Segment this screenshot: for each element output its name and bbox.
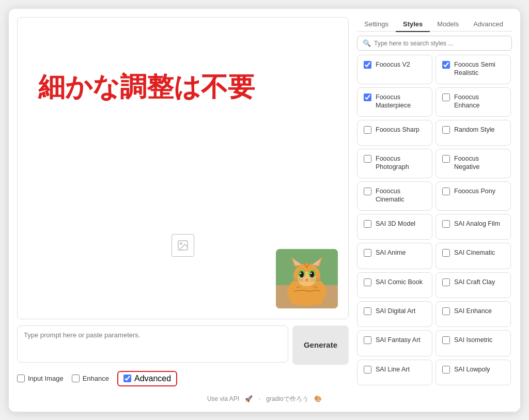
generate-button[interactable]: Generate — [292, 325, 349, 365]
svg-point-13 — [300, 271, 304, 277]
style-checkbox-fooocus-enhance[interactable] — [442, 94, 450, 101]
main-layout: 細かな調整は不要 — [17, 17, 512, 386]
style-item-sai-comic-book[interactable]: SAI Comic Book — [357, 272, 432, 298]
tab-settings[interactable]: Settings — [357, 17, 396, 32]
style-label-fooocus-semi-realistic: Fooocus Semi Realistic — [454, 60, 504, 77]
style-label-sai-comic-book: SAI Comic Book — [376, 278, 423, 286]
style-checkbox-fooocus-sharp[interactable] — [364, 126, 371, 134]
advanced-checkbox[interactable] — [123, 375, 131, 382]
style-checkbox-sai-craft-clay[interactable] — [442, 278, 450, 286]
style-label-fooocus-enhance: Fooocus Enhance — [454, 93, 504, 110]
style-label-sai-cinematic: SAI Cinematic — [454, 248, 495, 257]
svg-point-15 — [300, 272, 302, 274]
style-label-fooocus-cinematic: Fooocus Cinematic — [376, 187, 426, 204]
style-checkbox-fooocus-cinematic[interactable] — [364, 188, 371, 195]
style-item-fooocus-semi-realistic[interactable]: Fooocus Semi Realistic — [435, 55, 511, 84]
left-panel: 細かな調整は不要 — [17, 17, 349, 386]
style-item-fooocus-masterpiece[interactable]: Fooocus Masterpiece — [357, 87, 432, 117]
style-checkbox-sai-comic-book[interactable] — [364, 278, 371, 286]
style-checkbox-sai-fantasy-art[interactable] — [364, 336, 371, 344]
style-item-fooocus-enhance[interactable]: Fooocus Enhance — [435, 87, 511, 117]
style-item-fooocus-cinematic[interactable]: Fooocus Cinematic — [357, 181, 432, 211]
input-image-checkbox[interactable] — [17, 375, 25, 382]
style-label-sai-enhance: SAI Enhance — [454, 307, 492, 315]
footer-api-text: Use via API — [207, 395, 239, 402]
tab-advanced[interactable]: Advanced — [466, 17, 510, 32]
input-image-label: Input Image — [28, 375, 64, 382]
style-item-random-style[interactable]: Random Style — [435, 120, 511, 146]
style-item-sai-fantasy-art[interactable]: SAI Fantasy Art — [357, 330, 432, 356]
style-label-sai-craft-clay: SAI Craft Clay — [454, 278, 495, 286]
enhance-checkbox[interactable] — [72, 375, 80, 382]
footer-separator: · — [259, 395, 260, 402]
enhance-label: Enhance — [83, 375, 109, 382]
enhance-checkbox-item[interactable]: Enhance — [72, 375, 109, 382]
style-item-fooocus-photograph[interactable]: Fooocus Photograph — [357, 149, 432, 178]
svg-point-23 — [311, 297, 323, 305]
svg-point-16 — [310, 272, 312, 274]
footer-gradio-text: gradioで作ろう — [266, 395, 308, 402]
style-checkbox-sai-isometric[interactable] — [442, 336, 450, 344]
style-label-sai-analog-film: SAI Analog Film — [454, 220, 500, 228]
style-checkbox-fooocus-semi-realistic[interactable] — [442, 61, 450, 69]
style-label-sai-fantasy-art: SAI Fantasy Art — [376, 336, 421, 344]
style-item-sai-craft-clay[interactable]: SAI Craft Clay — [435, 272, 511, 298]
style-item-fooocus-negative[interactable]: Fooocus Negative — [435, 149, 511, 178]
app-container: 細かな調整は不要 — [9, 9, 520, 412]
style-label-fooocus-pony: Fooocus Pony — [454, 187, 495, 195]
style-item-fooocus-sharp[interactable]: Fooocus Sharp — [357, 120, 432, 146]
style-checkbox-sai-digital-art[interactable] — [364, 307, 371, 315]
footer: Use via API 🚀 · gradioで作ろう 🎨 — [17, 395, 512, 403]
style-item-sai-lowpoly[interactable]: SAI Lowpoly — [435, 360, 511, 385]
svg-point-1 — [180, 243, 182, 244]
tab-models[interactable]: Models — [430, 17, 466, 32]
footer-gradio-emoji: 🎨 — [314, 395, 322, 402]
canvas-area: 細かな調整は不要 — [17, 17, 349, 319]
input-image-checkbox-item[interactable]: Input Image — [17, 375, 64, 382]
style-label-sai-isometric: SAI Isometric — [454, 336, 492, 344]
footer-api-emoji: 🚀 — [245, 395, 253, 402]
style-label-sai-lowpoly: SAI Lowpoly — [454, 365, 490, 374]
search-input[interactable] — [374, 40, 506, 47]
style-checkbox-fooocus-negative[interactable] — [442, 155, 450, 163]
style-item-fooocus-v2[interactable]: Fooocus V2 — [357, 55, 432, 84]
style-checkbox-fooocus-masterpiece[interactable] — [364, 94, 371, 101]
style-label-sai-anime: SAI Anime — [376, 248, 406, 257]
image-placeholder-icon — [172, 234, 194, 257]
style-item-sai-isometric[interactable]: SAI Isometric — [435, 330, 511, 356]
prompt-row: Generate — [17, 325, 349, 365]
style-checkbox-fooocus-photograph[interactable] — [364, 155, 371, 163]
style-item-sai-digital-art[interactable]: SAI Digital Art — [357, 301, 432, 327]
style-checkbox-random-style[interactable] — [442, 126, 450, 134]
style-item-sai-cinematic[interactable]: SAI Cinematic — [435, 243, 511, 269]
style-item-sai-anime[interactable]: SAI Anime — [357, 243, 432, 269]
style-label-fooocus-v2: Fooocus V2 — [376, 60, 410, 69]
style-label-fooocus-sharp: Fooocus Sharp — [376, 126, 419, 134]
style-item-sai-enhance[interactable]: SAI Enhance — [435, 301, 511, 327]
prompt-input[interactable] — [17, 325, 288, 363]
style-checkbox-sai-cinematic[interactable] — [442, 249, 450, 257]
styles-grid: Fooocus V2Fooocus Semi RealisticFooocus … — [357, 55, 512, 385]
style-checkbox-fooocus-v2[interactable] — [364, 61, 371, 69]
right-panel: Settings Styles Models Advanced 🔍 Fooocu… — [357, 17, 512, 386]
style-checkbox-sai-line-art[interactable] — [364, 366, 371, 374]
style-checkbox-fooocus-pony[interactable] — [442, 188, 450, 195]
style-label-fooocus-photograph: Fooocus Photograph — [376, 154, 426, 172]
style-checkbox-sai-lowpoly[interactable] — [442, 366, 450, 374]
tabs-bar: Settings Styles Models Advanced — [357, 17, 512, 32]
style-checkbox-sai-3d-model[interactable] — [364, 220, 371, 228]
style-checkbox-sai-enhance[interactable] — [442, 307, 450, 315]
svg-point-22 — [290, 297, 303, 305]
style-item-sai-3d-model[interactable]: SAI 3D Model — [357, 214, 432, 240]
svg-point-14 — [310, 271, 314, 277]
style-item-fooocus-pony[interactable]: Fooocus Pony — [435, 181, 511, 211]
style-item-sai-analog-film[interactable]: SAI Analog Film — [435, 214, 511, 240]
style-checkbox-sai-anime[interactable] — [364, 249, 371, 257]
style-label-fooocus-masterpiece: Fooocus Masterpiece — [376, 93, 426, 110]
search-box: 🔍 — [357, 36, 512, 51]
style-item-sai-line-art[interactable]: SAI Line Art — [357, 360, 432, 385]
style-checkbox-sai-analog-film[interactable] — [442, 220, 450, 228]
style-label-fooocus-negative: Fooocus Negative — [454, 154, 504, 172]
japanese-text: 細かな調整は不要 — [38, 69, 255, 105]
tab-styles[interactable]: Styles — [396, 17, 430, 32]
